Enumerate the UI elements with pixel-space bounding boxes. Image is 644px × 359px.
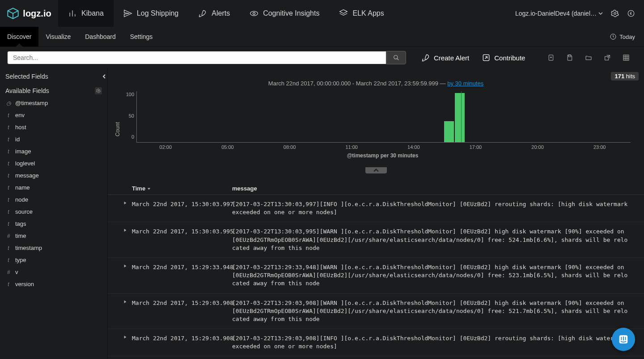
field-image[interactable]: timage (0, 145, 107, 157)
account-dropdown[interactable]: Logz.io-DanielDev4 (daniel… (515, 10, 603, 17)
table-row[interactable]: March 22nd 2017, 15:29:33.948[2017-03-22… (108, 258, 644, 294)
svg-marker-27 (148, 188, 150, 190)
field-source[interactable]: tsource (0, 206, 107, 218)
svg-marker-30 (124, 265, 127, 267)
sidebar-collapse[interactable] (101, 72, 107, 81)
tab-visualize[interactable]: Visualize (38, 27, 78, 46)
row-message: [2017-03-22T13:30:03,995][WARN ][o.e.c.r… (232, 228, 635, 252)
field-label: name (15, 184, 30, 191)
table-row[interactable]: March 22nd 2017, 15:30:03.997[2017-03-22… (108, 195, 644, 222)
xtick: 17:00 (470, 144, 482, 150)
row-message: [2017-03-22T13:29:33,948][WARN ][o.e.c.r… (232, 263, 635, 288)
search-row: Create Alert Contribute (0, 47, 644, 68)
field-time[interactable]: #time (0, 230, 107, 242)
intercom-launcher[interactable] (612, 328, 635, 351)
search-input[interactable] (7, 51, 386, 64)
field-version[interactable]: tversion (0, 278, 107, 290)
field-type-icon: t (5, 245, 12, 251)
interval-link[interactable]: by 30 minutes (447, 80, 483, 87)
intercom-icon (618, 334, 629, 345)
table-row[interactable]: March 22nd 2017, 15:30:03.995[2017-03-22… (108, 222, 644, 258)
open-search-icon[interactable] (585, 54, 592, 61)
row-time: March 22nd 2017, 15:29:03.908 (132, 334, 232, 351)
chart-plot-area[interactable]: 050100 (136, 91, 631, 143)
search-button[interactable] (386, 51, 406, 64)
field-type-icon: t (5, 148, 12, 155)
svg-marker-8 (340, 10, 347, 13)
nav-kibana[interactable]: Kibana (58, 0, 114, 27)
tab-settings[interactable]: Settings (123, 27, 160, 46)
field-v[interactable]: #v (0, 266, 107, 278)
svg-marker-32 (124, 336, 127, 338)
field-type-icon: t (5, 197, 12, 203)
bar-chart-icon (68, 9, 77, 18)
chart-xlabel: @timestamp per 30 minutes (135, 152, 631, 159)
row-message: [2017-03-22T13:29:03,908][WARN ][o.e.c.r… (232, 299, 635, 324)
logout-icon[interactable] (627, 9, 635, 17)
field-label: id (15, 136, 20, 143)
expand-row-icon[interactable] (119, 299, 132, 324)
time-picker[interactable]: Today (610, 27, 644, 46)
field-tags[interactable]: ttags (0, 218, 107, 230)
create-alert-button[interactable]: Create Alert (415, 53, 475, 62)
collapse-chart-button[interactable] (365, 167, 387, 173)
contribute-button[interactable]: Contribute (475, 53, 531, 62)
svg-point-6 (250, 11, 258, 16)
row-time: March 22nd 2017, 15:30:03.995 (132, 228, 232, 252)
histogram-bar[interactable] (444, 121, 454, 143)
field-label: source (15, 208, 33, 215)
expand-row-icon[interactable] (119, 200, 132, 216)
field-label: host (15, 124, 26, 131)
table-row[interactable]: March 22nd 2017, 15:29:03.908[2017-03-22… (108, 294, 644, 329)
svg-marker-28 (124, 202, 127, 204)
svg-marker-31 (124, 300, 127, 303)
field-env[interactable]: tenv (0, 109, 107, 121)
field-@timestamp[interactable]: ◷@timestamp (0, 97, 107, 109)
ytick: 50 (129, 113, 134, 118)
svg-marker-5 (124, 10, 131, 17)
save-search-icon[interactable] (566, 54, 573, 61)
send-icon (123, 9, 132, 18)
field-host[interactable]: thost (0, 121, 107, 133)
nav-log-shipping[interactable]: Log Shipping (114, 0, 188, 27)
column-message[interactable]: message (232, 185, 644, 192)
field-type[interactable]: ttype (0, 254, 107, 266)
settings-gear-icon[interactable] (611, 9, 619, 17)
nav-cognitive[interactable]: Cognitive Insights (240, 0, 329, 27)
tab-dashboard-label: Dashboard (85, 33, 116, 40)
expand-row-icon[interactable] (119, 263, 132, 288)
field-loglevel[interactable]: tloglevel (0, 157, 107, 169)
external-link-icon[interactable] (604, 54, 611, 61)
expand-row-icon[interactable] (119, 228, 132, 252)
tab-dashboard[interactable]: Dashboard (78, 27, 123, 46)
row-message: [2017-03-22T13:30:03,997][INFO ][o.e.c.r… (232, 200, 635, 216)
histogram-bar[interactable] (455, 93, 465, 142)
field-label: timestamp (15, 245, 42, 251)
grid-icon[interactable] (623, 54, 630, 61)
search-icon (393, 55, 399, 61)
table-row[interactable]: March 22nd 2017, 15:28:33.822[2017-03-22… (108, 356, 644, 359)
fields-settings-icon[interactable] (95, 87, 102, 94)
nav-elk-apps[interactable]: ELK Apps (329, 0, 394, 27)
top-nav-right: Logz.io-DanielDev4 (daniel… (515, 9, 644, 17)
new-search-icon[interactable] (547, 54, 555, 61)
field-timestamp[interactable]: ttimestamp (0, 242, 107, 254)
field-node[interactable]: tnode (0, 194, 107, 206)
nav-alerts[interactable]: Alerts (188, 0, 240, 27)
field-label: version (15, 281, 34, 287)
column-time[interactable]: Time (132, 185, 232, 192)
field-name[interactable]: tname (0, 182, 107, 194)
sort-desc-icon (147, 187, 151, 190)
tab-discover[interactable]: Discover (0, 27, 38, 46)
brand-logo[interactable]: logz.io (0, 7, 58, 20)
row-time: March 22nd 2017, 15:30:03.997 (132, 200, 232, 216)
top-nav: logz.io Kibana Log Shipping Alerts Cogni… (0, 0, 644, 27)
svg-point-7 (253, 13, 255, 15)
field-id[interactable]: tid (0, 133, 107, 145)
table-row[interactable]: March 22nd 2017, 15:29:03.908[2017-03-22… (108, 329, 644, 356)
expand-row-icon[interactable] (119, 334, 132, 351)
row-message: [2017-03-22T13:29:03,908][INFO ][o.e.c.r… (232, 334, 635, 351)
chevron-down-icon (598, 11, 603, 16)
contribute-label: Contribute (494, 54, 525, 62)
field-message[interactable]: tmessage (0, 169, 107, 182)
